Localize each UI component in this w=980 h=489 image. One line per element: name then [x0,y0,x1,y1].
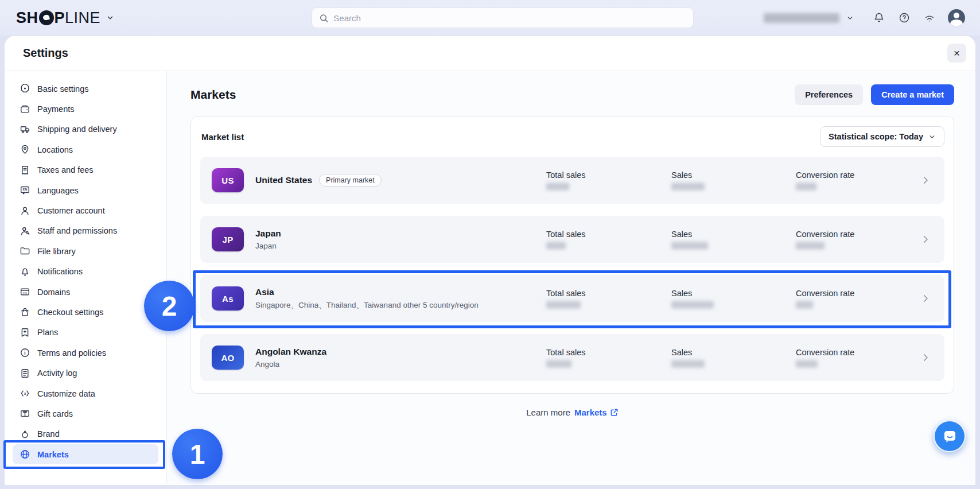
close-icon: × [954,47,960,60]
user-key-icon [20,226,30,236]
conversion-rate-label: Conversion rate [796,170,854,180]
total-sales-label: Total sales [546,289,586,298]
statistical-scope-dropdown[interactable]: Statistical scope: Today [820,126,944,147]
folder-icon [20,246,30,257]
redacted-value [671,183,705,191]
page-title: Settings [23,46,68,60]
wallet-icon [20,104,30,114]
market-name: Asia [255,287,274,297]
sidebar-item-staff-and-permissions[interactable]: Staff and permissions [13,221,158,241]
language-icon: EN [20,185,30,196]
gear-icon [20,84,30,94]
search-field[interactable] [333,13,686,23]
total-sales-label: Total sales [546,170,586,180]
sidebar-item-basic-settings[interactable]: Basic settings [13,79,158,99]
chevron-right-icon [920,234,931,244]
sidebar-item-file-library[interactable]: File library [13,241,158,261]
market-name: United States [255,175,312,185]
market-name: Angolan Kwanza [255,347,326,357]
market-row-us[interactable]: US United States Primary market Total sa… [200,157,944,204]
primary-market-badge: Primary market [319,174,382,187]
sidebar-item-checkout-settings[interactable]: Checkout settings [13,302,158,322]
sidebar-item-brand[interactable]: Brand [13,424,158,444]
external-link-icon [610,408,619,417]
notifications-bell-icon[interactable] [866,12,892,24]
sidebar-item-domains[interactable]: Domains [13,282,158,302]
plan-icon [20,327,30,337]
receipt-icon [20,165,30,175]
chevron-down-icon [928,133,936,141]
redacted-value [671,301,714,309]
sidebar-item-customer-account[interactable]: Customer account [13,200,158,220]
search-icon [319,13,328,23]
conversion-rate-label: Conversion rate [796,348,854,357]
ring-icon [20,429,30,439]
log-icon [20,368,30,378]
market-flag-badge: AO [212,346,244,370]
markets-page: Markets Preferences Create a market Mark… [167,71,975,484]
user-icon [20,205,30,216]
shopline-o-mark [39,10,54,25]
market-flag-badge: As [212,286,244,311]
learn-more-text: Learn more [526,408,570,417]
settings-sidebar: Basic settings Payments Shipping and del… [5,71,167,484]
sidebar-item-activity-log[interactable]: Activity log [13,363,158,383]
user-avatar[interactable] [948,9,965,26]
chevron-right-icon [920,293,931,304]
sidebar-item-terms-and-policies[interactable]: Terms and policies [13,343,158,363]
market-row-as[interactable]: As Asia Singapore、China、Thailand、Taiwana… [200,275,944,322]
conversion-rate-label: Conversion rate [796,289,854,298]
svg-text:EN: EN [22,188,27,192]
sidebar-item-gift-cards[interactable]: Gift cards [13,403,158,424]
redacted-value [796,242,825,250]
browser-icon [20,287,30,297]
chevron-right-icon [920,352,931,363]
redacted-value [546,183,569,191]
market-row-ao[interactable]: AO Angolan Kwanza Angola Total sales Sal… [200,334,944,381]
globe-icon [20,449,30,460]
market-list-card: Market list Statistical scope: Today US … [190,116,954,394]
chevron-down-icon [106,14,114,22]
total-sales-label: Total sales [546,348,586,357]
close-button[interactable]: × [947,44,966,63]
market-regions: Singapore、China、Thailand、Taiwanand other… [255,300,479,311]
markets-title: Markets [190,88,236,102]
search-input[interactable] [312,7,694,28]
topbar: SHPLINE [0,0,980,36]
wifi-icon[interactable] [917,12,942,24]
market-row-jp[interactable]: JP Japan Japan Total sales Sales Convers… [200,216,944,263]
redacted-value [796,360,818,368]
sidebar-item-taxes-and-fees[interactable]: Taxes and fees [13,160,158,180]
shopline-logo[interactable]: SHPLINE [16,0,114,36]
sidebar-item-plans[interactable]: Plans [13,323,158,343]
chat-widget-button[interactable] [934,420,966,452]
sidebar-item-markets[interactable]: Markets [13,444,158,464]
sidebar-item-languages[interactable]: EN Languages [13,180,158,200]
redacted-value [546,360,571,368]
sidebar-item-payments[interactable]: Payments [13,99,158,119]
sales-label: Sales [671,230,708,239]
gift-card-icon [20,409,30,419]
preferences-button[interactable]: Preferences [795,84,863,105]
redacted-value [671,242,708,250]
sidebar-item-shipping-and-delivery[interactable]: Shipping and delivery [13,119,158,139]
store-name-redacted [764,13,839,23]
create-market-button[interactable]: Create a market [871,84,954,105]
pin-icon [20,145,30,155]
help-icon[interactable] [892,12,917,24]
sales-label: Sales [671,289,714,298]
sidebar-item-locations[interactable]: Locations [13,139,158,160]
markets-doc-link[interactable]: Markets [574,408,619,417]
market-list-title: Market list [201,132,244,142]
chevron-down-icon [846,14,854,22]
shopline-logo-text: SHPLINE [16,9,100,27]
conversion-rate-label: Conversion rate [796,230,854,239]
redacted-value [671,360,705,368]
truck-icon [20,124,30,134]
sidebar-item-notifications[interactable]: Notifications [13,262,158,282]
sidebar-item-customize-data[interactable]: a Customize data [13,383,158,403]
market-regions: Angola [255,360,326,368]
redacted-value [546,301,581,309]
bell-icon [20,266,30,277]
store-switcher[interactable] [764,13,854,23]
